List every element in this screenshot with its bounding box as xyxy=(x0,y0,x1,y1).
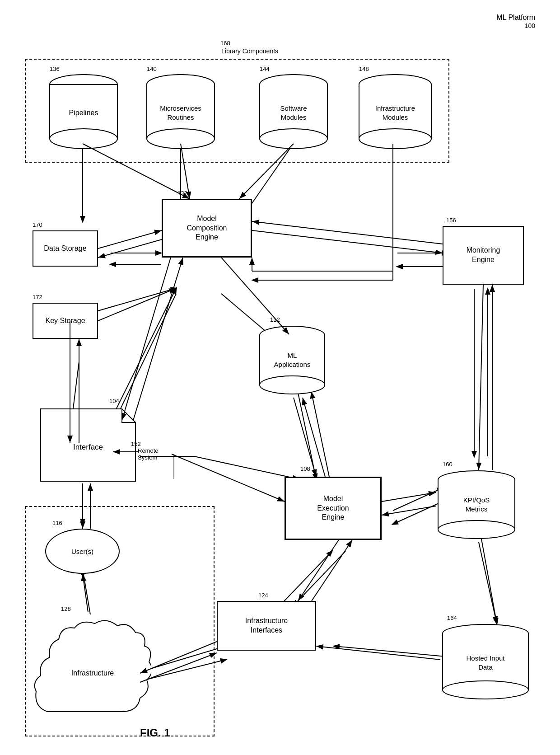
infrastructure-interfaces: InfrastructureInterfaces xyxy=(217,601,316,651)
microservices-ref: 140 xyxy=(147,66,217,72)
svg-line-97 xyxy=(252,221,443,244)
svg-text:Routines: Routines xyxy=(167,113,194,121)
ml-platform-label: ML Platform 100 xyxy=(496,14,535,30)
interface-svg: Interface xyxy=(38,407,138,483)
svg-text:Modules: Modules xyxy=(383,113,408,121)
svg-line-91 xyxy=(98,230,162,249)
svg-point-56 xyxy=(359,129,431,149)
ml-applications-ref: 112 xyxy=(270,316,280,323)
users-ellipse: User(s) xyxy=(45,529,120,574)
users-ref: 116 xyxy=(52,520,62,526)
ml-applications-svg: ML Applications xyxy=(257,325,327,398)
key-storage: Key Storage xyxy=(33,303,98,339)
library-components-label: Library Components xyxy=(221,47,278,55)
software-modules-svg: Software Modules xyxy=(257,73,330,150)
svg-text:Infrastructure: Infrastructure xyxy=(375,104,415,112)
svg-line-19 xyxy=(393,488,443,511)
svg-line-18 xyxy=(312,393,330,479)
data-storage-ref: 170 xyxy=(33,221,42,228)
svg-line-108 xyxy=(382,506,436,515)
svg-text:Hosted Input: Hosted Input xyxy=(466,654,505,662)
svg-text:Metrics: Metrics xyxy=(466,505,487,513)
hosted-input-data: Hosted Input Data xyxy=(440,624,531,704)
svg-line-27 xyxy=(294,551,345,605)
kpi-qos-metrics: KPI/QoS Metrics xyxy=(436,470,517,544)
kpi-svg: KPI/QoS Metrics xyxy=(436,470,517,542)
svg-line-107 xyxy=(382,492,436,502)
kpi-qos-ref: 160 xyxy=(443,461,453,468)
microservices-svg: Microservices Routines xyxy=(145,73,217,150)
svg-text:Pipelines: Pipelines xyxy=(69,109,98,117)
svg-point-63 xyxy=(260,376,325,394)
svg-text:ML: ML xyxy=(288,352,297,359)
diagram: ML Platform 100 Library Components 168 1… xyxy=(0,0,560,755)
infrastructure-svg: Infrastructure xyxy=(29,612,151,725)
svg-text:Infrastructure: Infrastructure xyxy=(71,669,114,677)
model-composition-engine: ModelCompositionEngine xyxy=(162,199,252,258)
library-components-ref: 168 xyxy=(220,40,230,47)
hosted-input-svg: Hosted Input Data xyxy=(440,624,531,703)
infrastructure-blob: Infrastructure xyxy=(29,612,151,727)
svg-line-100 xyxy=(303,398,325,477)
key-storage-ref: 172 xyxy=(33,294,42,300)
svg-line-95 xyxy=(122,258,171,420)
remote-system-label: RemoteSystem xyxy=(138,447,159,461)
svg-line-23 xyxy=(194,456,298,479)
pipelines-ref: 136 xyxy=(50,66,120,72)
svg-text:Applications: Applications xyxy=(274,361,311,368)
svg-point-49 xyxy=(260,129,327,149)
pipelines-cylinder: 136 Pipelines xyxy=(47,66,120,152)
software-modules-cylinder: 144 Software Modules xyxy=(257,66,330,152)
svg-text:Microservices: Microservices xyxy=(160,104,201,112)
svg-line-26 xyxy=(280,551,332,605)
svg-text:Software: Software xyxy=(280,104,307,112)
svg-line-105 xyxy=(479,285,483,470)
svg-point-42 xyxy=(147,129,215,149)
svg-point-80 xyxy=(443,681,528,699)
hosted-input-ref: 164 xyxy=(447,614,457,621)
infrastructure-modules-cylinder: 148 Infrastructure Modules xyxy=(357,66,434,152)
software-modules-ref: 144 xyxy=(260,66,330,72)
svg-line-93 xyxy=(98,288,176,321)
svg-text:KPI/QoS: KPI/QoS xyxy=(463,496,490,504)
interface-ref: 104 xyxy=(109,398,119,404)
model-execution-ref: 108 xyxy=(300,465,310,472)
infrastructure-interfaces-ref: 124 xyxy=(258,592,268,599)
microservices-cylinder: 140 Microservices Routines xyxy=(145,66,217,152)
infrastructure-ref: 128 xyxy=(61,605,71,612)
svg-line-111 xyxy=(312,540,352,601)
ml-applications-cylinder: ML Applications xyxy=(257,325,327,399)
svg-line-96 xyxy=(133,258,183,420)
model-execution-engine: ModelExecutionEngine xyxy=(285,477,382,540)
svg-line-92 xyxy=(98,239,162,258)
svg-text:Modules: Modules xyxy=(281,113,307,121)
monitoring-engine: MonitoringEngine xyxy=(443,226,524,285)
infrastructure-modules-ref: 148 xyxy=(359,66,434,72)
svg-line-115 xyxy=(316,646,440,660)
svg-text:Data: Data xyxy=(478,663,493,671)
svg-text:Interface: Interface xyxy=(73,443,103,451)
svg-line-99 xyxy=(294,398,316,477)
data-storage: Data Storage xyxy=(33,230,98,267)
svg-line-20 xyxy=(393,502,443,524)
fig-label: FIG. 1 xyxy=(140,727,170,739)
svg-line-109 xyxy=(479,542,497,624)
svg-line-110 xyxy=(298,540,339,601)
svg-line-98 xyxy=(252,230,443,253)
pipelines-svg: Pipelines xyxy=(47,73,120,150)
infrastructure-modules-svg: Infrastructure Modules xyxy=(357,73,434,150)
monitoring-engine-ref: 156 xyxy=(446,217,456,224)
svg-point-36 xyxy=(50,129,117,149)
model-composition-engine-ref: 132 xyxy=(177,190,187,197)
interface-box: Interface xyxy=(38,407,138,485)
svg-line-101 xyxy=(172,454,285,502)
svg-point-72 xyxy=(438,521,515,539)
remote-system-ref: 152 xyxy=(131,441,141,447)
